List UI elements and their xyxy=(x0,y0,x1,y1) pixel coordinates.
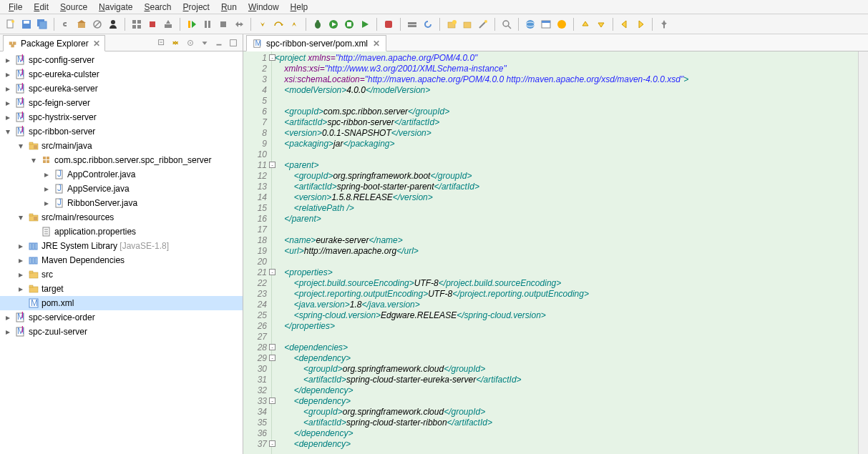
twisty-open-icon[interactable]: ▾ xyxy=(16,212,26,222)
step-into-icon[interactable] xyxy=(255,17,270,31)
twisty-closed-icon[interactable]: ▸ xyxy=(3,98,13,108)
save-icon[interactable] xyxy=(19,17,34,31)
tree-item[interactable]: ▾com.spc.ribbon.server.spc_ribbon_server xyxy=(0,153,243,167)
fold-toggle-icon[interactable]: - xyxy=(269,54,275,61)
link-editor-icon[interactable] xyxy=(170,36,182,49)
menu-run[interactable]: Run xyxy=(217,1,241,13)
fold-toggle-icon[interactable]: - xyxy=(269,162,275,168)
twisty-closed-icon[interactable]: ▸ xyxy=(3,69,13,79)
tree-item[interactable]: ▾src/main/resources xyxy=(0,210,243,224)
fold-toggle-icon[interactable]: - xyxy=(269,344,275,350)
relaunch-icon[interactable] xyxy=(421,17,435,31)
code-area[interactable]: <project xmlns="http://maven.apache.org/… xyxy=(272,51,858,454)
menu-edit[interactable]: Edit xyxy=(29,1,53,13)
twisty-closed-icon[interactable]: ▸ xyxy=(3,55,13,65)
fold-toggle-icon[interactable]: - xyxy=(269,398,275,404)
stop-server-icon[interactable] xyxy=(145,17,160,31)
tree-item[interactable]: ▸JAppControler.java xyxy=(0,167,243,182)
new-icon[interactable] xyxy=(4,17,18,31)
step-return-icon[interactable] xyxy=(287,17,301,31)
twisty-closed-icon[interactable]: ▸ xyxy=(16,270,26,280)
overview-ruler[interactable] xyxy=(858,51,868,454)
new-package-icon[interactable] xyxy=(444,17,459,31)
forward-icon[interactable] xyxy=(633,17,648,31)
tree-item[interactable]: application.properties xyxy=(0,224,243,239)
disconnect-icon[interactable] xyxy=(232,17,246,31)
package-explorer-tab[interactable]: Package Explorer ✕ xyxy=(3,35,105,51)
save-all-icon[interactable] xyxy=(35,17,49,31)
grid-icon[interactable] xyxy=(130,17,144,31)
fold-toggle-icon[interactable]: - xyxy=(269,269,275,275)
run-icon[interactable] xyxy=(326,17,341,31)
tree-item[interactable]: ▸Mjspc-config-server xyxy=(0,53,243,67)
menu-window[interactable]: Window xyxy=(244,1,283,13)
jsp-icon[interactable] xyxy=(555,17,569,31)
tree-item[interactable]: ▸Mjspc-eureka-culster xyxy=(0,67,243,82)
tree-item[interactable]: ▸Mjspc-eureka-server xyxy=(0,82,243,96)
editor-tab-pom[interactable]: M spc-ribbon-server/pom.xml ✕ xyxy=(246,35,386,51)
close-icon[interactable]: ✕ xyxy=(93,39,100,49)
tree-item[interactable]: ▾Mjspc-ribbon-server xyxy=(0,124,243,139)
twisty-closed-icon[interactable]: ▸ xyxy=(16,255,26,265)
tree-item[interactable]: Mpom.xml xyxy=(0,296,243,310)
twisty-closed-icon[interactable]: ▸ xyxy=(42,169,52,179)
project-tree[interactable]: ▸Mjspc-config-server▸Mjspc-eureka-culste… xyxy=(0,51,243,454)
twisty-closed-icon[interactable]: ▸ xyxy=(16,284,26,294)
twisty-open-icon[interactable]: ▾ xyxy=(29,155,39,165)
terminate-icon[interactable] xyxy=(216,17,230,31)
back-icon[interactable] xyxy=(618,17,632,31)
search-icon[interactable] xyxy=(499,17,514,31)
user-icon[interactable] xyxy=(106,17,120,31)
tree-item[interactable]: ▸JRE System Library [JavaSE-1.8] xyxy=(0,239,243,253)
menu-project[interactable]: Project xyxy=(179,1,214,13)
maximize-icon[interactable] xyxy=(227,36,240,49)
twisty-open-icon[interactable]: ▾ xyxy=(16,141,26,151)
tree-item[interactable]: ▸Maven Dependencies xyxy=(0,253,243,267)
view-menu-icon[interactable] xyxy=(198,36,211,49)
tree-item[interactable]: ▸src xyxy=(0,267,243,282)
tree-item[interactable]: ▸Mjspc-feign-server xyxy=(0,96,243,110)
menu-navigate[interactable]: Navigate xyxy=(94,1,137,13)
build-icon[interactable] xyxy=(74,17,89,31)
wand-icon[interactable] xyxy=(476,17,490,31)
tree-item[interactable]: ▸Mjspc-service-order xyxy=(0,310,243,325)
browser-icon[interactable] xyxy=(539,17,553,31)
link-icon[interactable] xyxy=(59,17,73,31)
publish-icon[interactable] xyxy=(161,17,175,31)
twisty-closed-icon[interactable]: ▸ xyxy=(3,112,13,122)
pause-icon[interactable] xyxy=(200,17,215,31)
next-annotation-icon[interactable] xyxy=(594,17,608,31)
menu-help[interactable]: Help xyxy=(286,1,313,13)
globe-icon[interactable] xyxy=(523,17,537,31)
tree-item[interactable]: ▸JRibbonServer.java xyxy=(0,196,243,210)
prev-annotation-icon[interactable] xyxy=(578,17,593,31)
twisty-closed-icon[interactable]: ▸ xyxy=(3,312,13,322)
pin-icon[interactable] xyxy=(657,17,671,31)
twisty-closed-icon[interactable]: ▸ xyxy=(42,198,52,208)
fold-toggle-icon[interactable]: - xyxy=(269,440,275,447)
run-last-icon[interactable] xyxy=(358,17,372,31)
tree-item[interactable]: ▸JAppService.java xyxy=(0,182,243,196)
step-over-icon[interactable] xyxy=(271,17,286,31)
close-icon[interactable]: ✕ xyxy=(373,39,380,49)
twisty-closed-icon[interactable]: ▸ xyxy=(16,241,26,251)
focus-icon[interactable] xyxy=(184,36,197,49)
tree-item[interactable]: ▸Mjspc-hystrix-server xyxy=(0,110,243,124)
resume-icon[interactable] xyxy=(185,17,199,31)
skip-icon[interactable] xyxy=(90,17,104,31)
collapse-all-icon[interactable] xyxy=(155,36,168,49)
tree-item[interactable]: ▸Mjspc-zuul-server xyxy=(0,325,243,339)
menu-search[interactable]: Search xyxy=(140,1,175,13)
open-type-icon[interactable] xyxy=(460,17,474,31)
twisty-closed-icon[interactable]: ▸ xyxy=(3,327,13,337)
menu-file[interactable]: File xyxy=(4,1,26,13)
minimize-icon[interactable] xyxy=(213,36,225,49)
debug-icon[interactable] xyxy=(311,17,325,31)
tree-item[interactable]: ▾src/main/java xyxy=(0,139,243,153)
new-server-icon[interactable] xyxy=(405,17,419,31)
tree-item[interactable]: ▸target xyxy=(0,282,243,296)
twisty-closed-icon[interactable]: ▸ xyxy=(42,184,52,194)
twisty-open-icon[interactable]: ▾ xyxy=(3,127,13,137)
coverage-icon[interactable] xyxy=(342,17,356,31)
fold-toggle-icon[interactable]: - xyxy=(269,355,275,361)
